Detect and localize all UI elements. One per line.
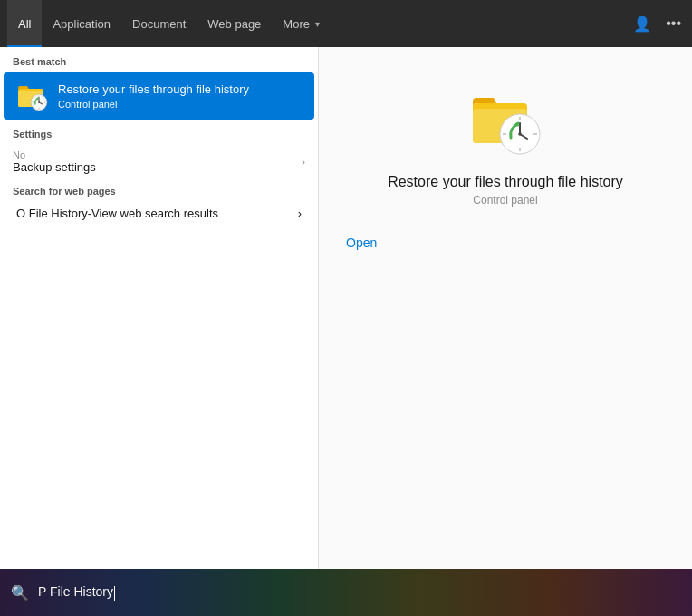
preview-subtitle: Control panel — [346, 194, 665, 207]
svg-point-23 — [518, 132, 522, 136]
chevron-right-icon: › — [302, 156, 305, 168]
web-search-item-label: O File History-View web search results — [16, 207, 218, 220]
backup-settings-item[interactable]: No Backup settings › — [0, 143, 318, 180]
preview-icon-area — [346, 83, 665, 156]
best-match-section-label: Best match — [0, 47, 318, 72]
best-match-title: Restore your files through file history — [58, 82, 249, 98]
cursor-indicator — [114, 586, 115, 601]
search-tab-bar: All Application Document Web page More ▾… — [0, 0, 692, 47]
open-button[interactable]: Open — [346, 234, 377, 252]
settings-section-label: Settings — [0, 120, 318, 143]
best-match-subtitle: Control panel — [58, 99, 249, 110]
results-panel: Best match — [0, 47, 319, 569]
tab-document-label: Document — [132, 17, 186, 31]
backup-settings-main: Backup settings — [13, 160, 96, 174]
folder-clock-svg — [16, 80, 49, 112]
chevron-down-icon: ▾ — [315, 19, 320, 29]
tab-application[interactable]: Application — [42, 0, 121, 47]
preview-folder-clock-svg — [469, 83, 542, 156]
toolbar-icons: 👤 ••• — [630, 12, 685, 36]
preview-panel: Restore your files through file history … — [319, 47, 692, 569]
best-match-item[interactable]: Restore your files through file history … — [4, 72, 314, 120]
tab-webpage-label: Web page — [207, 17, 261, 31]
preview-title: Restore your files through file history — [346, 174, 665, 190]
web-search-file-history-item[interactable]: O File History-View web search results › — [4, 200, 314, 226]
taskbar-search-icon: 🔍 — [11, 584, 29, 602]
tab-more-label: More — [283, 17, 310, 31]
search-input-display[interactable]: P File History — [38, 584, 115, 600]
web-search-label: Search for web pages — [13, 186, 305, 197]
ellipsis-icon[interactable]: ••• — [662, 12, 685, 35]
file-history-icon — [16, 80, 49, 112]
tab-application-label: Application — [53, 17, 111, 31]
svg-point-7 — [38, 101, 40, 103]
tab-webpage[interactable]: Web page — [197, 0, 272, 47]
search-text-value: P File History — [38, 584, 113, 599]
tab-all[interactable]: All — [7, 0, 42, 47]
web-search-section: Search for web pages — [0, 180, 318, 200]
best-match-text: Restore your files through file history … — [58, 82, 249, 110]
tab-all-label: All — [18, 17, 31, 31]
web-search-chevron-icon: › — [298, 207, 302, 220]
tab-document[interactable]: Document — [121, 0, 197, 47]
tab-list: All Application Document Web page More ▾ — [7, 0, 630, 47]
person-icon[interactable]: 👤 — [630, 12, 655, 36]
backup-settings-text: No Backup settings — [13, 149, 96, 174]
backup-settings-top: No — [13, 149, 96, 160]
taskbar-strip: 🔍 P File History — [0, 569, 692, 616]
tab-more[interactable]: More ▾ — [272, 0, 331, 47]
